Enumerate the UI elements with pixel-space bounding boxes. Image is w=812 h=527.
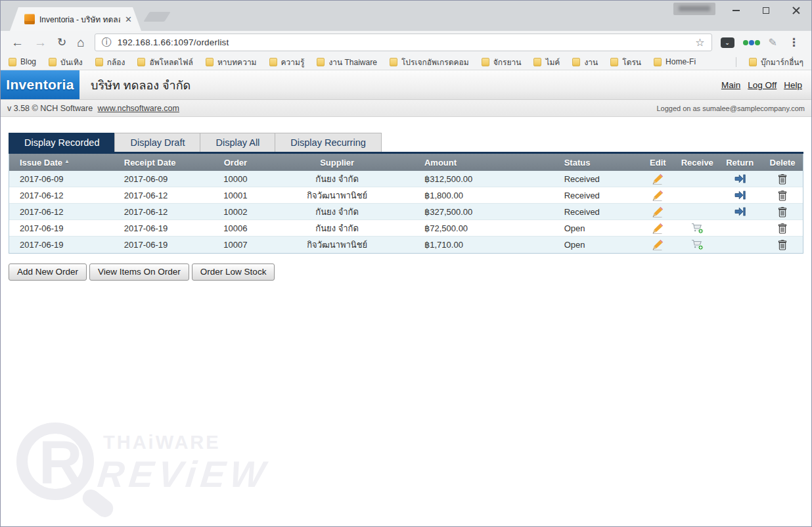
bookmark-item[interactable]: ความรู้	[269, 56, 305, 68]
bookmark-item[interactable]: ไมค์	[533, 56, 560, 68]
new-tab-button[interactable]	[143, 12, 170, 22]
sort-ascending-icon: ▲	[64, 158, 70, 164]
folder-icon	[317, 58, 325, 66]
header-status[interactable]: Status	[541, 158, 639, 168]
other-bookmarks[interactable]: บุ๊กมาร์กอื่นๆ	[749, 56, 803, 68]
amount-cell: ฿327,500.00	[399, 207, 541, 217]
close-button[interactable]	[781, 1, 811, 20]
order-view-tabs: Display Recorded Display Draft Display A…	[9, 133, 803, 152]
status-cell: Open	[541, 223, 639, 233]
bookmark-item[interactable]: หาบทความ	[206, 56, 257, 68]
folder-icon	[654, 58, 662, 66]
order-cell: 10007	[196, 240, 275, 250]
edit-button[interactable]	[639, 223, 677, 234]
tab-display-all[interactable]: Display All	[200, 133, 275, 152]
add-new-order-button[interactable]: Add New Order	[9, 264, 87, 281]
page-info-icon[interactable]: ⓘ	[102, 36, 112, 49]
receive-button[interactable]	[677, 239, 717, 250]
bookmark-item[interactable]: Home-Fi	[654, 57, 696, 66]
delete-button[interactable]	[762, 223, 803, 234]
edit-button[interactable]	[639, 173, 677, 185]
table-row: 2017-06-12 2017-06-12 10001 กิจวัฒนาพานิ…	[9, 187, 803, 204]
trash-icon	[777, 206, 788, 218]
browser-titlebar: Inventoria - บริษัท ทดลอง ท ✕	[1, 1, 811, 31]
bookmark-item[interactable]: กล้อง	[95, 56, 125, 68]
order-cell: 10002	[196, 207, 275, 217]
cart-add-icon	[691, 223, 704, 234]
trash-icon	[777, 239, 788, 250]
back-icon[interactable]: ←	[6, 36, 29, 49]
header-receipt-date[interactable]: Receipt Date	[111, 158, 196, 168]
folder-icon	[482, 58, 489, 66]
home-icon[interactable]: ⌂	[72, 36, 89, 49]
bookmark-item[interactable]: โปรเจกอัพเกรดคอม	[390, 56, 469, 68]
header-order[interactable]: Order	[196, 158, 275, 168]
header-supplier[interactable]: Supplier	[275, 158, 399, 168]
view-items-on-order-button[interactable]: View Items On Order	[89, 264, 189, 281]
address-bar[interactable]: ⓘ 192.168.1.66:1097/orderlist ☆	[95, 34, 712, 51]
folder-icon	[610, 58, 618, 66]
delete-button[interactable]	[762, 190, 803, 201]
orders-table: Issue Date▲ Receipt Date Order Supplier …	[9, 154, 803, 254]
minimize-icon	[733, 10, 740, 11]
bookmark-star-icon[interactable]: ☆	[695, 36, 704, 49]
tab-display-recorded[interactable]: Display Recorded	[9, 133, 115, 152]
tab-close-icon[interactable]: ✕	[125, 15, 132, 24]
extension-icon[interactable]	[743, 40, 760, 45]
browser-window: Inventoria - บริษัท ทดลอง ท ✕ ← → ↻ ⌂ ⓘ …	[0, 0, 812, 527]
edit-button[interactable]	[639, 206, 677, 218]
reload-icon[interactable]: ↻	[52, 37, 72, 48]
nav-help-link[interactable]: Help	[784, 80, 802, 90]
delete-button[interactable]	[762, 173, 803, 185]
tab-display-draft[interactable]: Display Draft	[114, 133, 200, 152]
bookmark-item[interactable]: Blog	[9, 57, 36, 66]
supplier-cell: กิจวัฒนาพานิชย์	[275, 189, 399, 202]
url-text[interactable]: 192.168.1.66:1097/orderlist	[118, 37, 229, 47]
minimize-button[interactable]	[721, 1, 751, 20]
thaiware-review-watermark: R THAiWARE REViEW	[5, 411, 267, 522]
tab-display-recurring[interactable]: Display Recurring	[275, 133, 381, 152]
trash-icon	[777, 223, 788, 234]
status-cell: Received	[541, 174, 639, 184]
pocket-extension-icon[interactable]: ⌄	[721, 37, 734, 48]
delete-button[interactable]	[762, 239, 803, 250]
close-icon	[792, 7, 800, 14]
nav-main-link[interactable]: Main	[721, 80, 740, 90]
browser-tab[interactable]: Inventoria - บริษัท ทดลอง ท ✕	[10, 7, 141, 31]
delete-button[interactable]	[762, 206, 803, 218]
bookmark-item[interactable]: บันเทิง	[49, 56, 83, 68]
edit-button[interactable]	[639, 239, 677, 250]
return-arrow-icon	[734, 173, 746, 184]
receive-button[interactable]	[677, 223, 717, 234]
folder-icon	[9, 58, 16, 66]
return-button[interactable]	[717, 173, 762, 184]
pencil-icon	[652, 206, 664, 218]
bookmark-item[interactable]: โดรน	[610, 56, 641, 68]
nch-website-link[interactable]: www.nchsoftware.com	[98, 104, 179, 113]
return-button[interactable]	[717, 190, 762, 200]
bookmark-item[interactable]: อัพโหลดไฟล์	[137, 56, 193, 68]
header-return: Return	[717, 158, 762, 168]
order-low-stock-button[interactable]: Order Low Stock	[192, 264, 275, 281]
app-logo: Inventoria	[1, 70, 79, 99]
edit-button[interactable]	[639, 190, 677, 201]
bookmark-item[interactable]: จักรยาน	[482, 56, 522, 68]
amount-cell: ฿1,800.00	[399, 191, 541, 200]
bookmark-item[interactable]: งาน Thaiware	[317, 56, 377, 68]
chrome-menu-icon[interactable]: ⋮	[786, 35, 802, 49]
maximize-button[interactable]	[751, 1, 781, 20]
header-amount[interactable]: Amount	[399, 158, 541, 168]
pencil-icon	[652, 190, 664, 201]
nav-logoff-link[interactable]: Log Off	[748, 80, 777, 90]
return-button[interactable]	[717, 206, 762, 217]
magnifier-icon	[16, 423, 94, 500]
folder-icon	[206, 58, 214, 66]
order-cell: 10006	[196, 223, 275, 233]
table-row: 2017-06-09 2017-06-09 10000 กันยง จำกัด …	[9, 171, 803, 187]
header-issue-date[interactable]: Issue Date▲	[9, 158, 111, 168]
table-row: 2017-06-19 2017-06-19 10006 กันยง จำกัด …	[9, 220, 803, 237]
bookmark-item[interactable]: งาน	[572, 56, 598, 68]
highlighter-extension-icon[interactable]: ✎	[769, 36, 777, 49]
app-nav: Main Log Off Help	[721, 80, 802, 90]
header-delete: Delete	[762, 158, 803, 168]
